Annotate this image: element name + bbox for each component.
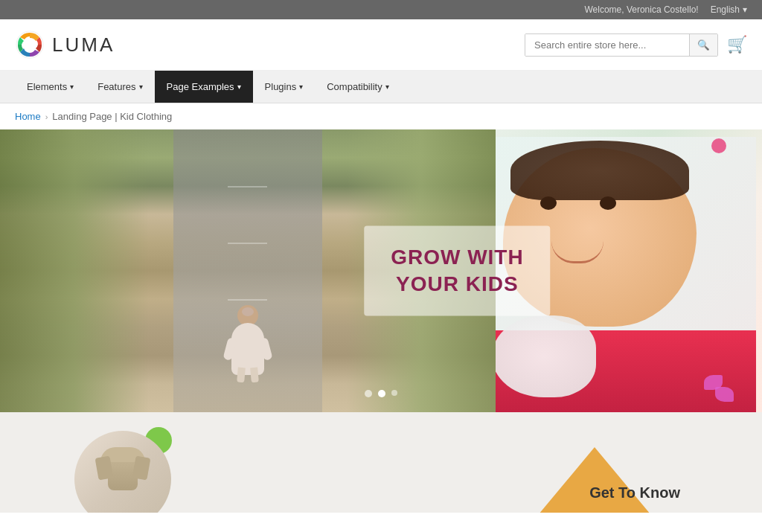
breadcrumb-separator: › bbox=[45, 112, 48, 121]
nav-item-label: Compatibility bbox=[327, 81, 382, 92]
breadcrumb-home[interactable]: Home bbox=[15, 111, 41, 122]
chevron-down-icon: ▾ bbox=[139, 83, 143, 91]
nav-item-elements[interactable]: Elements ▾ bbox=[15, 71, 86, 103]
search-bar: 🔍 bbox=[525, 33, 718, 57]
breadcrumb-current: Landing Page | Kid Clothing bbox=[52, 111, 172, 122]
hero-section: GROW WITH YOUR KIDS bbox=[0, 129, 762, 412]
hero-dot-3[interactable] bbox=[391, 390, 397, 396]
below-hero-section: Get To Know bbox=[0, 412, 762, 513]
svg-point-1 bbox=[25, 40, 34, 49]
header: LUMA 🔍 🛒 bbox=[0, 19, 762, 71]
nav-item-features[interactable]: Features ▾ bbox=[86, 71, 154, 103]
language-label: English bbox=[711, 4, 740, 15]
chevron-down-icon: ▾ bbox=[385, 83, 389, 91]
triangle-decoration bbox=[539, 447, 650, 513]
get-to-know-label-container: Get To Know bbox=[589, 484, 680, 501]
language-dropdown[interactable]: English ▾ bbox=[711, 4, 747, 15]
nav-item-plugins[interactable]: Plugins ▾ bbox=[253, 71, 316, 103]
chevron-down-icon: ▾ bbox=[70, 83, 74, 91]
chevron-down-icon: ▾ bbox=[299, 83, 303, 91]
hero-dot-2[interactable] bbox=[378, 390, 385, 397]
nav-item-page-examples[interactable]: Page Examples ▾ bbox=[155, 71, 253, 103]
search-icon: 🔍 bbox=[697, 39, 710, 51]
nav-item-label: Plugins bbox=[265, 81, 297, 92]
logo[interactable]: LUMA bbox=[15, 30, 115, 60]
logo-icon bbox=[15, 30, 45, 60]
search-input[interactable] bbox=[525, 34, 689, 56]
chevron-down-icon: ▾ bbox=[237, 83, 241, 91]
welcome-text: Welcome, Veronica Costello! bbox=[584, 4, 698, 15]
search-button[interactable]: 🔍 bbox=[689, 34, 717, 56]
get-to-know-section bbox=[539, 447, 650, 513]
hero-text-overlay: GROW WITH YOUR KIDS bbox=[364, 226, 551, 316]
logo-text: LUMA bbox=[52, 33, 115, 57]
nav-item-compatibility[interactable]: Compatibility ▾ bbox=[315, 71, 400, 103]
chevron-down-icon: ▾ bbox=[743, 4, 747, 15]
hero-title: GROW WITH YOUR KIDS bbox=[391, 244, 524, 298]
top-bar: Welcome, Veronica Costello! English ▾ bbox=[0, 0, 762, 19]
nav-item-label: Elements bbox=[27, 81, 67, 92]
hero-dot-1[interactable] bbox=[365, 390, 372, 397]
nav-item-label: Features bbox=[97, 81, 135, 92]
hero-dots bbox=[365, 390, 397, 397]
nav-item-label: Page Examples bbox=[167, 81, 234, 92]
navigation: Elements ▾ Features ▾ Page Examples ▾ Pl… bbox=[0, 71, 762, 103]
header-right: 🔍 🛒 bbox=[525, 33, 747, 57]
cart-icon[interactable]: 🛒 bbox=[727, 35, 747, 54]
get-to-know-label: Get To Know bbox=[589, 484, 680, 501]
breadcrumb: Home › Landing Page | Kid Clothing bbox=[0, 103, 762, 129]
